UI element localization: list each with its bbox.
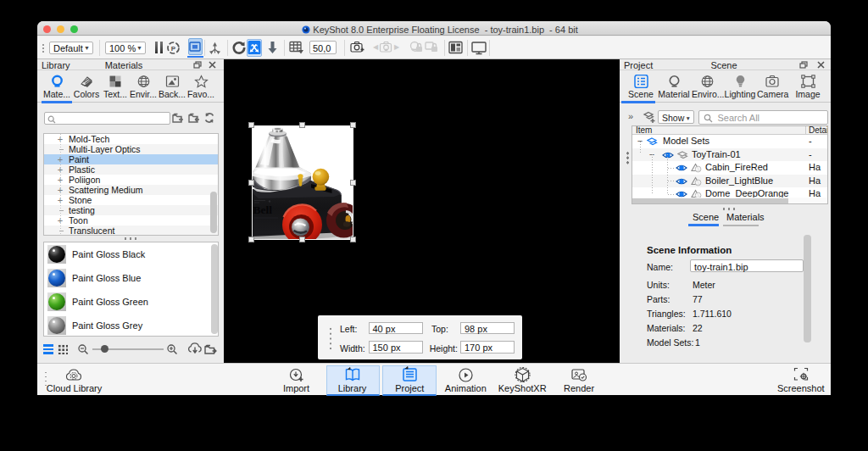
svg-text:P: P [171, 45, 176, 53]
